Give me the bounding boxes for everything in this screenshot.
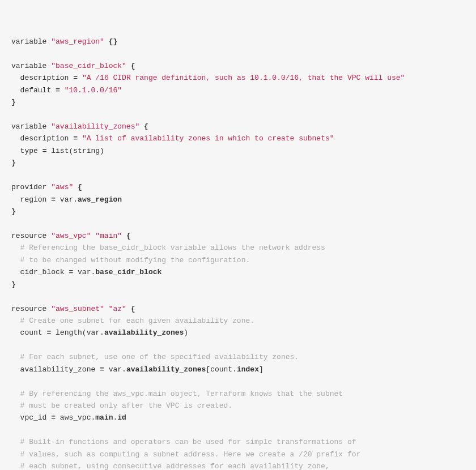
code-text: resource — [11, 305, 46, 313]
code-text: description — [20, 134, 69, 143]
brace: } — [11, 159, 16, 167]
code-text: index — [237, 365, 259, 374]
code-text: variable — [11, 62, 46, 70]
code-text: vpc_id — [20, 413, 47, 422]
equals: = — [51, 413, 56, 422]
brace: { — [144, 122, 148, 131]
comment: # By referencing the aws_vpc.main object… — [20, 390, 343, 398]
brace: } — [11, 280, 16, 289]
code-text: main — [95, 413, 113, 422]
code-text: description — [20, 74, 69, 82]
equals: = — [69, 268, 73, 276]
equals: = — [42, 147, 47, 155]
comment: # Create one subnet for each given avail… — [20, 317, 254, 325]
brace: { — [131, 62, 135, 70]
code-text: var. — [109, 365, 126, 374]
string: "aws_subnet" — [51, 305, 104, 313]
code-text: ] — [259, 365, 264, 374]
code-text: id — [117, 413, 126, 422]
string: "A /16 CIDR range definition, such as 10… — [82, 74, 405, 82]
code-text: variable — [11, 37, 46, 46]
code-text: aws_region — [78, 195, 122, 204]
string: "aws_vpc" — [51, 232, 91, 240]
code-text: cidr_block — [20, 268, 65, 276]
string: "A list of availability zones in which t… — [82, 134, 334, 143]
comment: # For each subnet, use one of the specif… — [20, 353, 299, 361]
equals: = — [51, 195, 56, 204]
code-text: provider — [11, 183, 46, 191]
code-block: variable "aws_region" {} variable "base_… — [11, 36, 465, 470]
string: "availability_zones" — [51, 122, 139, 131]
code-text: availability_zones — [126, 365, 206, 374]
equals: = — [73, 134, 78, 143]
brace: { — [131, 305, 135, 313]
comment: # values, such as computing a subnet add… — [20, 450, 361, 459]
equals: = — [56, 86, 60, 95]
brace: } — [11, 207, 16, 216]
code-text: list(string) — [51, 147, 104, 155]
string: "main" — [95, 232, 122, 240]
code-text: availability_zones — [104, 328, 184, 337]
code-text: length(var. — [56, 328, 104, 337]
code-text: default — [20, 86, 52, 95]
code-text: region — [20, 195, 47, 204]
comment: # each subnet, using consecutive address… — [20, 462, 330, 470]
code-text: variable — [11, 122, 46, 131]
code-text: availability_zone — [20, 365, 96, 374]
string: "base_cidr_block" — [51, 62, 126, 70]
comment: # Referencing the base_cidr_block variab… — [20, 243, 325, 252]
code-text: resource — [11, 232, 46, 240]
equals: = — [100, 365, 104, 374]
brace: { — [78, 183, 82, 191]
comment: # to be changed without modifying the co… — [20, 256, 250, 264]
string: "10.1.0.0/16" — [65, 86, 122, 95]
brace: } — [11, 98, 16, 106]
string: "az" — [109, 305, 126, 313]
code-text: var. — [78, 268, 95, 276]
code-text: type — [20, 147, 38, 155]
equals: = — [46, 328, 51, 337]
code-text: count — [20, 328, 42, 337]
code-text: var. — [60, 195, 78, 204]
string: "aws" — [51, 183, 73, 191]
brace: {} — [109, 37, 118, 46]
comment: # Built-in functions and operators can b… — [20, 438, 356, 446]
brace: { — [126, 232, 131, 240]
string: "aws_region" — [51, 37, 104, 46]
comment: # must be created only after the VPC is … — [20, 401, 232, 410]
code-text: [count. — [206, 365, 237, 374]
code-text: ) — [184, 328, 188, 337]
code-text: aws_vpc. — [60, 413, 95, 422]
equals: = — [73, 74, 78, 82]
code-text: base_cidr_block — [95, 268, 162, 276]
